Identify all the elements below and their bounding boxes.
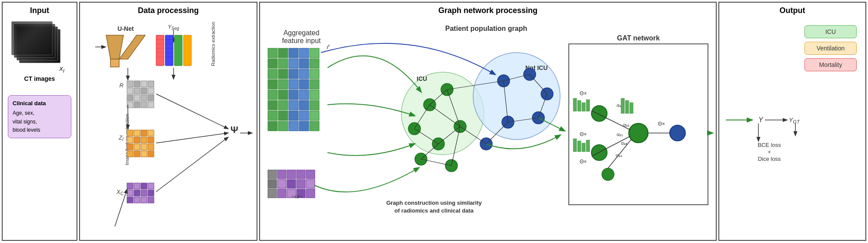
svg-text:BCE loss: BCE loss bbox=[758, 142, 781, 148]
svg-rect-62 bbox=[148, 183, 154, 189]
svg-rect-81 bbox=[268, 48, 277, 58]
svg-rect-202 bbox=[625, 100, 629, 113]
svg-point-180 bbox=[670, 125, 685, 141]
svg-rect-122 bbox=[268, 170, 277, 179]
svg-line-73 bbox=[156, 133, 228, 143]
svg-rect-102 bbox=[289, 100, 298, 110]
svg-text:α₁₃: α₁₃ bbox=[621, 140, 627, 146]
svg-rect-123 bbox=[268, 180, 277, 188]
svg-rect-92 bbox=[278, 80, 288, 89]
svg-rect-107 bbox=[299, 69, 309, 79]
svg-rect-31 bbox=[148, 88, 154, 94]
svg-rect-113 bbox=[310, 48, 319, 58]
svg-rect-64 bbox=[134, 190, 140, 196]
svg-rect-104 bbox=[289, 121, 298, 131]
svg-text:feature input: feature input bbox=[282, 37, 321, 44]
svg-rect-48 bbox=[141, 137, 147, 143]
svg-rect-134 bbox=[306, 170, 315, 179]
graph-network-title: Graph network processing bbox=[260, 3, 716, 17]
data-processing-title: Data processing bbox=[80, 3, 257, 17]
svg-rect-111 bbox=[299, 111, 309, 120]
svg-rect-56 bbox=[141, 151, 147, 157]
svg-rect-84 bbox=[268, 80, 277, 89]
graph-network-svg: Aggregated feature input bbox=[260, 18, 718, 243]
output-svg: Y YGT BCE loss + Dice loss bbox=[719, 77, 867, 216]
svg-rect-129 bbox=[287, 180, 296, 188]
svg-rect-100 bbox=[289, 80, 298, 89]
svg-text:Θ×: Θ× bbox=[580, 131, 587, 137]
output-label-mortality: Mortality bbox=[805, 58, 857, 71]
svg-rect-114 bbox=[310, 59, 319, 68]
svg-rect-60 bbox=[134, 183, 140, 189]
svg-rect-9 bbox=[174, 35, 182, 66]
svg-rect-96 bbox=[278, 121, 288, 131]
svg-text:Θ×: Θ× bbox=[580, 90, 587, 97]
svg-rect-108 bbox=[299, 80, 309, 89]
svg-text:~ω~: ~ω~ bbox=[291, 193, 303, 200]
svg-rect-181 bbox=[573, 98, 577, 111]
input-title: Input bbox=[3, 3, 77, 17]
svg-rect-65 bbox=[141, 190, 147, 196]
xi-label: XI bbox=[59, 66, 64, 73]
clinical-data-title: Clinical data bbox=[13, 99, 67, 108]
svg-rect-24 bbox=[127, 81, 133, 87]
svg-rect-135 bbox=[306, 180, 315, 188]
svg-text:ZI: ZI bbox=[118, 134, 124, 142]
svg-text:Y: Y bbox=[758, 116, 764, 123]
svg-rect-186 bbox=[578, 141, 581, 152]
svg-rect-132 bbox=[297, 180, 305, 188]
svg-rect-28 bbox=[127, 88, 133, 94]
svg-rect-105 bbox=[299, 48, 309, 58]
svg-rect-87 bbox=[268, 111, 277, 120]
svg-rect-67 bbox=[127, 197, 133, 203]
svg-text:of radiomics and clinical data: of radiomics and clinical data bbox=[394, 207, 474, 214]
svg-rect-49 bbox=[148, 137, 154, 143]
svg-marker-1 bbox=[106, 35, 124, 59]
svg-rect-26 bbox=[141, 81, 147, 87]
svg-rect-82 bbox=[268, 59, 277, 68]
svg-text:YGT: YGT bbox=[789, 117, 800, 124]
svg-point-179 bbox=[629, 123, 648, 143]
graph-network-section: Graph network processing Aggregated fea bbox=[259, 2, 717, 241]
svg-rect-27 bbox=[148, 81, 154, 87]
output-label-ventilation: Ventilation bbox=[805, 42, 857, 55]
data-processing-svg: U-Net YSeg bbox=[80, 18, 258, 243]
svg-rect-110 bbox=[299, 100, 309, 110]
svg-rect-117 bbox=[310, 90, 319, 100]
clinical-data-text: Age, sex,vital signs,blood levels bbox=[13, 109, 67, 134]
svg-text:+: + bbox=[768, 149, 771, 155]
input-section: Input XI CT images Clinical data Age, se… bbox=[2, 2, 77, 241]
data-processing-section: Data processing U-Net YSeg bbox=[79, 2, 257, 241]
svg-rect-127 bbox=[277, 189, 286, 198]
svg-rect-50 bbox=[127, 144, 133, 150]
svg-rect-203 bbox=[630, 103, 633, 113]
ct-images-label: CT images bbox=[3, 75, 77, 82]
svg-text:XC: XC bbox=[116, 189, 124, 196]
svg-text:Patient population graph: Patient population graph bbox=[445, 25, 527, 32]
svg-rect-33 bbox=[134, 95, 140, 101]
svg-rect-44 bbox=[141, 130, 147, 136]
svg-line-74 bbox=[156, 137, 228, 192]
svg-text:Ψ: Ψ bbox=[230, 124, 238, 135]
svg-rect-70 bbox=[148, 197, 154, 203]
svg-rect-32 bbox=[127, 95, 133, 101]
svg-rect-131 bbox=[297, 170, 305, 179]
svg-text:YSeg: YSeg bbox=[168, 24, 179, 31]
svg-text:Dice loss: Dice loss bbox=[758, 156, 781, 162]
svg-rect-54 bbox=[127, 151, 133, 157]
svg-rect-53 bbox=[148, 144, 154, 150]
svg-rect-59 bbox=[127, 183, 133, 189]
svg-rect-29 bbox=[134, 88, 140, 94]
svg-rect-63 bbox=[127, 190, 133, 196]
svg-rect-128 bbox=[287, 170, 296, 179]
svg-rect-97 bbox=[289, 48, 298, 58]
svg-rect-86 bbox=[268, 100, 277, 110]
svg-rect-94 bbox=[278, 100, 288, 110]
svg-text:Θ×: Θ× bbox=[658, 121, 665, 127]
output-title: Output bbox=[719, 3, 865, 17]
svg-rect-38 bbox=[141, 102, 147, 108]
svg-rect-91 bbox=[278, 69, 288, 79]
svg-rect-89 bbox=[278, 48, 288, 58]
svg-rect-8 bbox=[165, 35, 173, 66]
output-section: Output ICU Ventilation Mortality bbox=[718, 2, 866, 241]
